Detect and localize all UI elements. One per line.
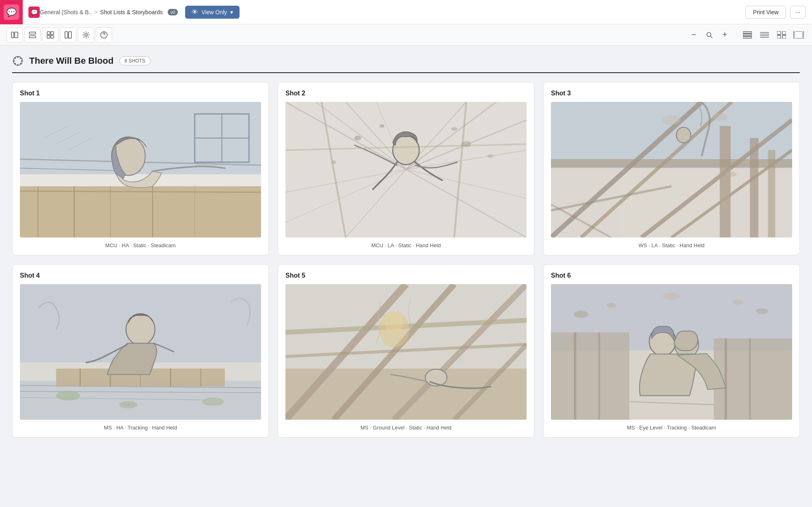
svg-point-82 bbox=[451, 127, 457, 131]
settings-button[interactable] bbox=[78, 27, 94, 43]
print-view-button[interactable]: Print View bbox=[745, 6, 786, 19]
svg-point-100 bbox=[713, 113, 727, 121]
version-badge: v0 bbox=[168, 9, 178, 15]
shot-2-sketch bbox=[285, 102, 527, 237]
shot-1-label: Shot 1 bbox=[20, 90, 261, 97]
view-only-button[interactable]: 👁 View Only ▾ bbox=[185, 6, 240, 19]
svg-point-140 bbox=[756, 309, 768, 315]
svg-rect-15 bbox=[743, 32, 752, 33]
svg-rect-3 bbox=[29, 36, 36, 38]
svg-point-40 bbox=[14, 60, 15, 62]
shot-grid: Shot 1 bbox=[12, 82, 800, 438]
help-button[interactable] bbox=[96, 27, 112, 43]
breadcrumb-current[interactable]: Shot Lists & Storyboards bbox=[100, 9, 163, 15]
svg-point-142 bbox=[732, 300, 743, 305]
svg-point-81 bbox=[380, 124, 384, 128]
svg-rect-95 bbox=[750, 138, 758, 237]
chevron-down-icon: ▾ bbox=[230, 9, 233, 15]
svg-line-14 bbox=[710, 36, 712, 38]
shot-card-6: Shot 6 bbox=[543, 264, 800, 438]
grid-view-mode-button[interactable] bbox=[775, 29, 788, 41]
shot-4-label: Shot 4 bbox=[20, 272, 261, 279]
scene-header: There Will Be Blood 8 SHOTS bbox=[12, 55, 800, 67]
zoom-out-button[interactable]: − bbox=[688, 29, 700, 41]
shot-4-image bbox=[20, 284, 261, 420]
zoom-in-button[interactable]: + bbox=[719, 29, 731, 41]
shot-5-tags: MS · Ground Level · Static · Hand Held bbox=[285, 425, 527, 431]
breadcrumb: General (Shots & B.. > Shot Lists & Stor… bbox=[40, 9, 178, 15]
shot-3-sketch bbox=[551, 102, 792, 237]
svg-point-38 bbox=[17, 57, 19, 58]
more-options-button[interactable]: ··· bbox=[790, 6, 806, 19]
eye-icon: 👁 bbox=[192, 9, 198, 16]
svg-rect-5 bbox=[51, 32, 54, 35]
compact-list-icon bbox=[760, 31, 769, 39]
sidebar-toggle-button[interactable] bbox=[6, 27, 23, 43]
grid-view-button[interactable] bbox=[42, 27, 58, 43]
svg-point-98 bbox=[676, 127, 691, 143]
split-view-button[interactable] bbox=[60, 27, 76, 43]
svg-point-45 bbox=[20, 58, 21, 59]
svg-point-112 bbox=[119, 401, 138, 408]
svg-rect-35 bbox=[803, 36, 803, 37]
svg-rect-0 bbox=[11, 32, 14, 38]
svg-point-79 bbox=[354, 136, 361, 140]
shot-card-4: Shot 4 bbox=[12, 264, 269, 438]
svg-rect-1 bbox=[15, 32, 18, 38]
shot-3-image bbox=[551, 102, 792, 237]
panel-view-icon bbox=[28, 31, 37, 39]
search-icon bbox=[706, 31, 713, 39]
shot-2-tags: MCU · LA · Static · Hand Held bbox=[285, 242, 527, 248]
breadcrumb-app-icon: 💬 bbox=[28, 6, 40, 18]
breadcrumb-parent[interactable]: General (Shots & B.. bbox=[40, 9, 92, 15]
svg-point-43 bbox=[20, 63, 21, 64]
shot-card-3: Shot 3 bbox=[543, 82, 800, 255]
svg-rect-22 bbox=[777, 31, 781, 35]
svg-point-41 bbox=[21, 60, 22, 62]
help-icon bbox=[100, 31, 108, 39]
app-logo: 💬 bbox=[0, 0, 23, 24]
shot-6-tags: MS · Eye Level · Tracking · Steadicam bbox=[551, 425, 792, 431]
svg-rect-7 bbox=[51, 35, 54, 38]
svg-point-111 bbox=[202, 397, 223, 406]
svg-point-141 bbox=[607, 303, 616, 308]
svg-rect-28 bbox=[802, 31, 803, 39]
scene-symbol-icon bbox=[13, 56, 23, 66]
svg-rect-32 bbox=[794, 37, 795, 38]
shots-badge: 8 SHOTS bbox=[119, 56, 151, 65]
shot-card-1: Shot 1 bbox=[12, 82, 269, 255]
shot-4-sketch bbox=[20, 284, 261, 420]
svg-point-12 bbox=[104, 36, 104, 37]
svg-rect-17 bbox=[743, 37, 752, 38]
list-view-mode-button[interactable] bbox=[741, 29, 754, 41]
svg-rect-23 bbox=[782, 31, 786, 35]
compact-list-view-mode-button[interactable] bbox=[758, 29, 771, 41]
filmstrip-icon bbox=[793, 31, 804, 39]
scene-divider bbox=[12, 72, 800, 73]
shot-card-2: Shot 2 bbox=[278, 82, 534, 255]
svg-rect-8 bbox=[65, 32, 68, 38]
svg-rect-2 bbox=[29, 32, 36, 34]
filmstrip-view-mode-button[interactable] bbox=[792, 29, 806, 41]
svg-rect-36 bbox=[803, 37, 803, 38]
main-content: There Will Be Blood 8 SHOTS Shot 1 bbox=[0, 45, 812, 507]
shot-2-label: Shot 2 bbox=[285, 90, 527, 97]
svg-point-10 bbox=[85, 34, 87, 36]
shot-card-5: Shot 5 bbox=[278, 264, 534, 438]
sidebar-toggle-icon bbox=[11, 31, 19, 39]
chat-icon: 💬 bbox=[6, 7, 17, 17]
svg-rect-24 bbox=[777, 35, 781, 39]
svg-rect-6 bbox=[47, 35, 50, 38]
svg-rect-4 bbox=[47, 32, 50, 35]
shot-3-tags: WS · LA · Static · Hand Held bbox=[551, 242, 792, 248]
svg-rect-50 bbox=[20, 186, 261, 237]
zoom-controls: − + bbox=[688, 29, 731, 41]
svg-rect-97 bbox=[551, 159, 792, 168]
view-only-label: View Only bbox=[201, 9, 227, 15]
svg-point-39 bbox=[17, 64, 19, 65]
panel-view-button[interactable] bbox=[24, 27, 41, 43]
split-view-icon bbox=[64, 31, 72, 39]
header-actions: Print View ··· bbox=[745, 6, 806, 19]
shot-5-label: Shot 5 bbox=[285, 272, 527, 279]
zoom-fit-button[interactable] bbox=[703, 29, 715, 41]
